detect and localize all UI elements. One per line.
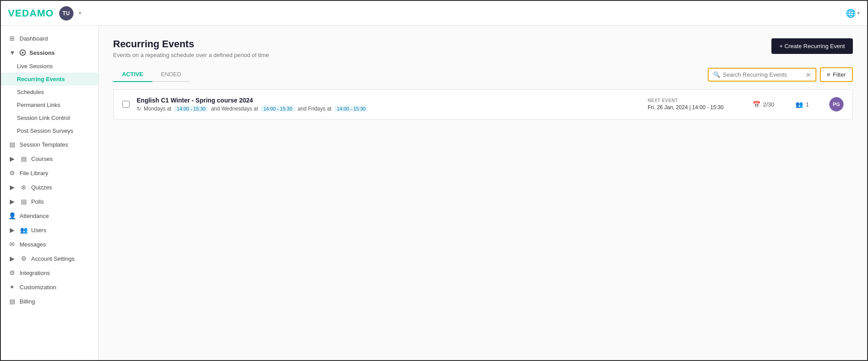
sidebar-label-integrations: Integrations bbox=[20, 270, 50, 276]
header-left: VEDAMO TU ▾ bbox=[8, 6, 81, 21]
events-table: English C1 Winter - Spring course 2024 ↻… bbox=[113, 89, 853, 119]
quizzes-expand-icon: ▶ bbox=[8, 184, 16, 191]
next-event-value: Fri, 26 Jan, 2024 | 14:00 - 15:30 bbox=[648, 104, 746, 111]
polls-icon: ▤ bbox=[20, 198, 28, 205]
sidebar-label-billing: Billing bbox=[20, 298, 35, 305]
sidebar-label-file-library: File Library bbox=[20, 170, 48, 176]
sidebar-label-live-sessions: Live Sessions bbox=[17, 63, 53, 70]
sidebar-item-billing[interactable]: ▤ Billing bbox=[1, 294, 98, 308]
schedule-mid2: and Fridays at bbox=[298, 106, 332, 112]
filter-icon: ≡ bbox=[827, 71, 831, 78]
event-owner-avatar: PG bbox=[829, 97, 844, 111]
main-layout: ⊞ Dashboard ▾ ● Sessions Live Sessions R… bbox=[1, 26, 867, 360]
session-templates-icon: ▤ bbox=[8, 141, 16, 148]
sidebar-label-session-templates: Session Templates bbox=[20, 141, 68, 148]
filter-label: Filter bbox=[833, 71, 846, 78]
event-name: English C1 Winter - Spring course 2024 bbox=[137, 97, 641, 104]
sidebar-item-attendance[interactable]: 👤 Attendance bbox=[1, 209, 98, 223]
sidebar-item-courses[interactable]: ▶ ▤ Courses bbox=[1, 152, 98, 166]
sidebar-item-post-session-surveys[interactable]: Post Session Surveys bbox=[1, 124, 98, 137]
sidebar-label-attendance: Attendance bbox=[20, 213, 49, 219]
sidebar-item-messages[interactable]: ✉ Messages bbox=[1, 237, 98, 251]
sidebar-label-recurring-events: Recurring Events bbox=[17, 76, 65, 82]
sidebar-item-quizzes[interactable]: ▶ ⊛ Quizzes bbox=[1, 180, 98, 194]
users-expand-icon: ▶ bbox=[8, 226, 16, 234]
create-recurring-event-button[interactable]: + Create Recurring Event bbox=[771, 38, 853, 54]
sidebar-item-dashboard[interactable]: ⊞ Dashboard bbox=[1, 31, 98, 45]
sidebar-label-dashboard: Dashboard bbox=[20, 35, 48, 42]
users-icon: 👥 bbox=[20, 226, 28, 234]
top-header: VEDAMO TU ▾ 🌐 ▾ bbox=[1, 1, 867, 26]
search-clear-button[interactable]: ✕ bbox=[806, 72, 811, 78]
filter-button[interactable]: ≡ Filter bbox=[820, 67, 853, 82]
event-sessions: 📅 2/30 bbox=[753, 101, 788, 108]
schedule-mid1: and Wednesdays at bbox=[211, 106, 258, 112]
sidebar-item-session-templates[interactable]: ▤ Session Templates bbox=[1, 137, 98, 152]
sidebar-label-session-link-control: Session Link Control bbox=[17, 115, 70, 121]
sidebar-item-live-sessions[interactable]: Live Sessions bbox=[1, 60, 98, 73]
sidebar-label-courses: Courses bbox=[31, 156, 53, 162]
next-event-label: NEXT EVENT bbox=[648, 98, 746, 103]
search-box: 🔍 ✕ bbox=[708, 68, 816, 82]
sessions-circle-icon: ● bbox=[20, 49, 26, 56]
sidebar-item-recurring-events[interactable]: Recurring Events bbox=[1, 73, 98, 86]
table-row: English C1 Winter - Spring course 2024 ↻… bbox=[114, 90, 852, 119]
user-avatar[interactable]: TU bbox=[59, 6, 73, 21]
filter-row: 🔍 ✕ ≡ Filter bbox=[708, 67, 853, 82]
event-participants: 👥 1 bbox=[795, 101, 822, 108]
courses-icon: ▤ bbox=[20, 155, 28, 162]
sidebar-label-schedules: Schedules bbox=[17, 89, 44, 95]
calendar-icon: 📅 bbox=[753, 101, 760, 108]
billing-icon: ▤ bbox=[8, 298, 16, 305]
sidebar-item-users[interactable]: ▶ 👥 Users bbox=[1, 223, 98, 237]
account-settings-expand-icon: ▶ bbox=[8, 255, 16, 262]
sidebar-item-account-settings[interactable]: ▶ ⚙ Account Settings bbox=[1, 251, 98, 266]
event-schedule: ↻ Mondays at 14:00 - 15:30 and Wednesday… bbox=[137, 106, 641, 112]
sidebar-label-sessions: Sessions bbox=[29, 49, 55, 56]
user-menu-arrow[interactable]: ▾ bbox=[79, 10, 81, 16]
header-right: 🌐 ▾ bbox=[846, 8, 860, 18]
customization-icon: ✦ bbox=[8, 283, 16, 291]
account-settings-icon: ⚙ bbox=[20, 255, 28, 262]
sidebar-label-messages: Messages bbox=[20, 241, 46, 248]
tab-active[interactable]: ACTIVE bbox=[113, 67, 152, 82]
event-checkbox[interactable] bbox=[122, 101, 130, 108]
messages-icon: ✉ bbox=[8, 241, 16, 248]
attendance-icon: 👤 bbox=[8, 212, 16, 219]
sidebar-item-schedules[interactable]: Schedules bbox=[1, 86, 98, 98]
recur-icon: ↻ bbox=[137, 106, 141, 112]
sidebar-label-permanent-links: Permanent Links bbox=[17, 102, 61, 108]
page-header: Recurring Events Events on a repeating s… bbox=[113, 38, 853, 58]
event-next: NEXT EVENT Fri, 26 Jan, 2024 | 14:00 - 1… bbox=[648, 98, 746, 111]
globe-icon: 🌐 bbox=[846, 8, 856, 18]
sidebar-label-users: Users bbox=[31, 227, 46, 234]
file-library-icon: ⚙ bbox=[8, 169, 16, 176]
courses-expand-icon: ▶ bbox=[8, 155, 16, 162]
sidebar-item-customization[interactable]: ✦ Customization bbox=[1, 280, 98, 294]
sidebar-item-polls[interactable]: ▶ ▤ Polls bbox=[1, 194, 98, 209]
participants-count: 1 bbox=[806, 101, 809, 108]
tab-ended[interactable]: ENDED bbox=[152, 67, 191, 82]
sidebar-item-sessions[interactable]: ▾ ● Sessions bbox=[1, 45, 98, 60]
page-title: Recurring Events bbox=[113, 38, 269, 50]
page-subtitle: Events on a repeating schedule over a de… bbox=[113, 52, 269, 58]
sidebar-label-polls: Polls bbox=[31, 198, 44, 205]
sidebar-item-file-library[interactable]: ⚙ File Library bbox=[1, 166, 98, 180]
polls-expand-icon: ▶ bbox=[8, 198, 16, 205]
integrations-icon: ⚙ bbox=[8, 269, 16, 276]
sessions-icon: ▾ bbox=[8, 49, 16, 56]
search-input[interactable] bbox=[723, 71, 803, 78]
sidebar-item-session-link-control[interactable]: Session Link Control bbox=[1, 111, 98, 124]
sidebar-item-permanent-links[interactable]: Permanent Links bbox=[1, 98, 98, 111]
sessions-count: 2/30 bbox=[763, 101, 774, 108]
tabs: ACTIVE ENDED bbox=[113, 67, 190, 82]
logo: VEDAMO bbox=[8, 8, 54, 19]
sidebar-item-integrations[interactable]: ⚙ Integrations bbox=[1, 266, 98, 280]
quizzes-icon: ⊛ bbox=[20, 184, 28, 191]
globe-button[interactable]: 🌐 ▾ bbox=[846, 8, 860, 18]
people-icon: 👥 bbox=[795, 101, 803, 108]
schedule-prefix: Mondays at bbox=[144, 106, 171, 112]
search-icon: 🔍 bbox=[713, 71, 720, 78]
event-info: English C1 Winter - Spring course 2024 ↻… bbox=[137, 97, 641, 112]
sidebar: ⊞ Dashboard ▾ ● Sessions Live Sessions R… bbox=[1, 26, 99, 360]
